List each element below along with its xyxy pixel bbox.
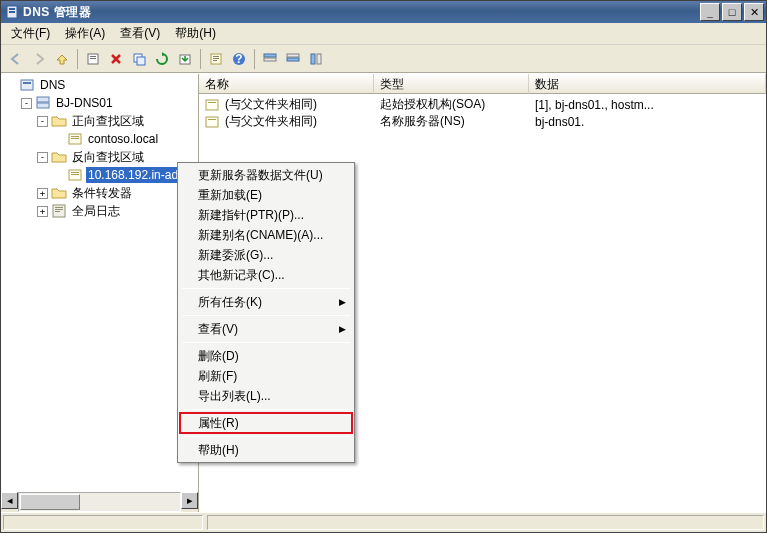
menu-action[interactable]: 操作(A) [59,23,111,44]
find-icon[interactable] [282,48,304,70]
menu-view[interactable]: 查看(V) [114,23,166,44]
up-icon[interactable] [51,48,73,70]
svg-rect-30 [71,174,79,175]
ctx-export-list[interactable]: 导出列表(L)... [180,386,352,406]
ctx-other-records[interactable]: 其他新记录(C)... [180,265,352,285]
status-pane-right [207,515,764,530]
expand-icon[interactable]: + [37,206,48,217]
content-area: DNS - BJ-DNS01 - 正向查找区域 contoso.local [1,73,766,512]
context-menu: 更新服务器数据文件(U) 重新加载(E) 新建指针(PTR)(P)... 新建别… [177,162,355,463]
app-icon [5,5,19,19]
tree-fwd-domain[interactable]: contoso.local [1,130,198,148]
ctx-new-delegation[interactable]: 新建委派(G)... [180,245,352,265]
submenu-arrow-icon: ▶ [339,297,346,307]
list-row[interactable]: (与父文件夹相同) 名称服务器(NS) bj-dns01. [199,113,766,130]
help-icon[interactable]: ? [228,48,250,70]
svg-rect-32 [55,207,63,208]
tree-conditional[interactable]: + 条件转发器 [1,184,198,202]
menu-file[interactable]: 文件(F) [5,23,56,44]
svg-rect-38 [208,119,216,120]
server-icon [35,95,51,111]
ctx-new-cname[interactable]: 新建别名(CNAME)(A)... [180,225,352,245]
back-icon[interactable] [5,48,27,70]
ctx-sep [182,436,350,437]
svg-rect-24 [37,103,49,108]
submenu-arrow-icon: ▶ [339,324,346,334]
collapse-icon[interactable]: - [37,116,48,127]
toolbar: ? [1,45,766,73]
folder-icon [51,113,67,129]
ctx-view[interactable]: 查看(V)▶ [180,319,352,339]
scroll-right-icon[interactable]: ▸ [181,492,198,509]
delete-icon[interactable] [105,48,127,70]
scroll-left-icon[interactable]: ◂ [1,492,18,509]
copy-icon[interactable] [128,48,150,70]
dns-icon [19,77,35,93]
ctx-reload[interactable]: 重新加载(E) [180,185,352,205]
ctx-refresh[interactable]: 刷新(F) [180,366,352,386]
svg-rect-5 [90,58,96,59]
expand-icon[interactable]: + [37,188,48,199]
svg-rect-11 [213,58,219,59]
properties-icon[interactable] [205,48,227,70]
svg-rect-37 [206,117,218,127]
svg-rect-15 [264,54,276,57]
tree-root-dns[interactable]: DNS [1,76,198,94]
maximize-button[interactable]: □ [722,3,742,21]
status-pane-left [3,515,203,530]
svg-rect-19 [311,54,315,64]
scroll-thumb[interactable] [20,494,80,510]
window-title: DNS 管理器 [23,4,700,21]
toolbar-sep [200,49,201,69]
ctx-properties[interactable]: 属性(R) [180,413,352,433]
ctx-help[interactable]: 帮助(H) [180,440,352,460]
tree-hscroll[interactable]: ◂ ▸ [1,492,198,512]
ctx-new-ptr[interactable]: 新建指针(PTR)(P)... [180,205,352,225]
tree-body[interactable]: DNS - BJ-DNS01 - 正向查找区域 contoso.local [1,74,198,492]
list-row[interactable]: (与父文件夹相同) 起始授权机构(SOA) [1], bj-dns01., ho… [199,96,766,113]
tree-server[interactable]: - BJ-DNS01 [1,94,198,112]
svg-rect-26 [71,136,79,137]
close-button[interactable]: ✕ [744,3,764,21]
app-window: DNS 管理器 _ □ ✕ 文件(F) 操作(A) 查看(V) 帮助(H) ? [0,0,767,533]
collapse-icon[interactable]: - [37,152,48,163]
tree-rev-domain[interactable]: 10.168.192.in-addr [1,166,198,184]
tree-panel: DNS - BJ-DNS01 - 正向查找区域 contoso.local [1,74,199,512]
ctx-sep [182,288,350,289]
col-type[interactable]: 类型 [374,74,529,94]
svg-rect-33 [55,209,63,210]
folder-icon [51,185,67,201]
statusbar [1,512,766,532]
menu-help[interactable]: 帮助(H) [169,23,222,44]
minimize-button[interactable]: _ [700,3,720,21]
ctx-all-tasks[interactable]: 所有任务(K)▶ [180,292,352,312]
ctx-delete[interactable]: 删除(D) [180,346,352,366]
log-icon [51,203,67,219]
ctx-sep [182,315,350,316]
col-name[interactable]: 名称 [199,74,374,94]
tree-rev-zone[interactable]: - 反向查找区域 [1,148,198,166]
svg-rect-34 [55,211,60,212]
refresh-icon[interactable] [151,48,173,70]
list-header: 名称 类型 数据 [199,74,766,94]
filter-icon[interactable] [259,48,281,70]
forward-icon[interactable] [28,48,50,70]
svg-rect-17 [287,54,299,57]
ctx-update-data-file[interactable]: 更新服务器数据文件(U) [180,165,352,185]
svg-rect-1 [9,8,15,10]
svg-rect-16 [264,58,276,61]
tree-fwd-zone[interactable]: - 正向查找区域 [1,112,198,130]
column-icon[interactable] [305,48,327,70]
collapse-icon[interactable]: - [21,98,32,109]
export-icon[interactable] [174,48,196,70]
folder-icon [51,149,67,165]
col-data[interactable]: 数据 [529,74,766,94]
titlebar: DNS 管理器 _ □ ✕ [1,1,766,23]
svg-rect-27 [71,138,79,139]
cut-icon[interactable] [82,48,104,70]
window-buttons: _ □ ✕ [700,3,764,21]
svg-rect-29 [71,172,79,173]
svg-rect-10 [213,56,219,57]
toolbar-sep [77,49,78,69]
tree-global-log[interactable]: + 全局日志 [1,202,198,220]
